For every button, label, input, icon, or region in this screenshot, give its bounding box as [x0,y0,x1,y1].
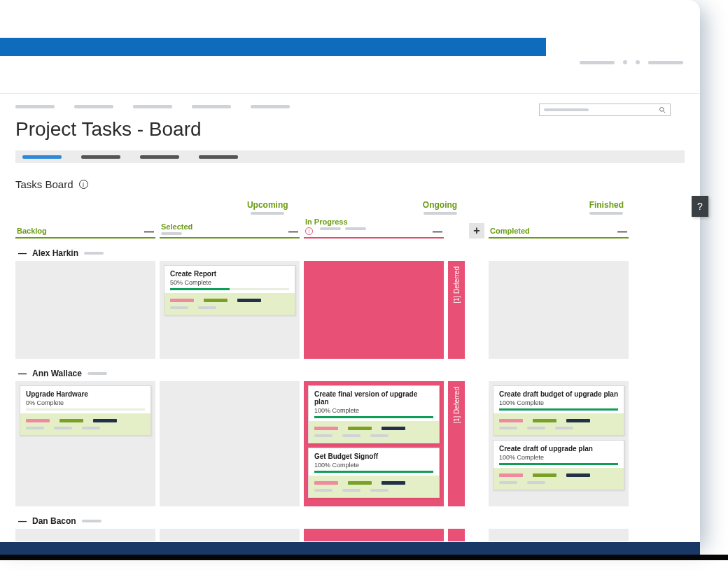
svg-point-0 [660,108,664,112]
stage-label: Finished [589,200,624,210]
section-title: Tasks Board i [15,178,685,190]
collapse-icon[interactable]: — [617,229,627,234]
collapse-icon[interactable]: — [144,229,154,234]
deferred-label: [1] Deferred [453,387,461,424]
column-selected[interactable]: Selected — [160,222,300,238]
tab[interactable] [140,155,179,159]
help-label: ? [697,201,703,212]
card-progress-label: 100% Complete [314,462,433,469]
cell-selected[interactable] [160,381,300,506]
task-card[interactable]: Create draft of upgrade plan 100% Comple… [493,440,624,490]
deferred-label: [1] Deferred [453,266,461,304]
crumb[interactable] [15,105,55,108]
collapse-icon[interactable]: — [18,369,27,378]
crumb[interactable] [251,105,290,108]
help-button[interactable]: ? [692,196,708,217]
search-input[interactable] [539,104,671,116]
app-window: Project Tasks - Board Tasks Board i Upco… [0,0,700,542]
card-title: Create final version of upgrade plan [314,390,433,406]
collapse-icon[interactable]: — [18,248,27,258]
card-title: Get Budget Signoff [314,453,433,460]
placeholder [84,252,104,255]
tag [237,299,261,302]
person-name: Dan Bacon [32,516,76,526]
placeholder [424,212,457,215]
cell-selected[interactable] [160,529,300,541]
cell-completed[interactable] [489,529,629,541]
cell-backlog[interactable] [15,261,155,359]
placeholder [580,61,615,64]
info-icon[interactable]: i [79,180,88,189]
stage-ongoing: Ongoing [351,199,528,218]
collapse-icon[interactable]: — [288,229,298,234]
cell-inprogress[interactable] [304,261,444,359]
swimlane-header[interactable]: — Ann Wallace [18,369,685,378]
task-card[interactable]: Create Report 50% Complete [164,265,295,315]
meta [170,306,188,309]
cell-completed[interactable]: Create draft budget of upgrade plan 100%… [489,381,629,506]
cell-backlog[interactable] [15,529,155,541]
tab-active[interactable] [22,155,62,159]
progress-bar [314,416,433,418]
card-progress-label: 0% Complete [26,399,145,406]
add-column-button[interactable]: + [469,223,484,238]
card-progress-label: 100% Complete [499,454,618,461]
tab[interactable] [81,155,120,159]
column-completed[interactable]: Completed — [489,227,629,238]
placeholder [544,108,589,111]
cell-inprogress[interactable]: Create final version of upgrade plan 100… [304,381,444,506]
collapse-icon[interactable]: — [18,516,27,526]
swimlane: Create Report 50% Complete [1] Deferred [15,261,685,359]
stage-label: Upcoming [247,200,288,210]
swimlane-header[interactable]: — Dan Bacon [18,516,685,526]
card-title: Create draft budget of upgrade plan [499,390,618,398]
column-label: Backlog [17,227,154,235]
ribbon-bar [0,38,546,56]
cell-backlog[interactable]: Upgrade Hardware 0% Complete [15,381,155,506]
column-label: Completed [490,227,627,235]
crumb[interactable] [74,105,113,108]
cell-deferred[interactable] [448,529,465,541]
tag [204,299,227,302]
task-card[interactable]: Get Budget Signoff 100% Complete [308,448,440,498]
cell-selected[interactable]: Create Report 50% Complete [160,261,300,359]
card-progress-label: 100% Complete [499,399,618,406]
cell-inprogress[interactable] [304,529,444,541]
person-name: Alex Harkin [32,248,78,258]
task-card[interactable]: Create draft budget of upgrade plan 100%… [493,385,624,436]
cell-completed[interactable] [489,261,629,359]
swimlane: Upgrade Hardware 0% Complete [15,381,685,506]
cell-deferred[interactable]: [1] Deferred [448,381,465,506]
window-dot[interactable] [623,60,627,64]
swimlane-header[interactable]: — Alex Harkin [18,248,685,258]
browser-chrome [0,38,700,94]
crumb[interactable] [133,105,172,108]
collapse-icon[interactable]: — [433,229,442,234]
tag [170,299,194,302]
stage-finished: Finished [528,199,685,218]
column-backlog[interactable]: Backlog — [15,227,155,238]
card-title: Create Report [170,270,289,278]
card-title: Create draft of upgrade plan [499,445,618,453]
crumb[interactable] [192,105,231,108]
placeholder [82,520,102,522]
svg-line-1 [664,111,666,113]
progress-bar [499,408,618,411]
stage-upcoming: Upcoming [183,199,351,218]
cell-deferred[interactable]: [1] Deferred [448,261,465,359]
search-icon [659,106,666,113]
progress-bar [314,471,433,473]
column-inprogress[interactable]: In Progress ! — [304,218,444,238]
placeholder [648,61,683,64]
column-label: In Progress [305,218,348,226]
window-dot[interactable] [636,60,640,64]
person-name: Ann Wallace [32,369,82,378]
alert-icon: ! [305,227,313,235]
swimlane [15,529,685,541]
task-card[interactable]: Create final version of upgrade plan 100… [308,385,440,443]
tab[interactable] [199,155,238,159]
task-card[interactable]: Upgrade Hardware 0% Complete [20,385,151,436]
progress-bar [499,463,618,465]
progress-bar [170,288,289,290]
page-title: Project Tasks - Board [15,118,685,141]
